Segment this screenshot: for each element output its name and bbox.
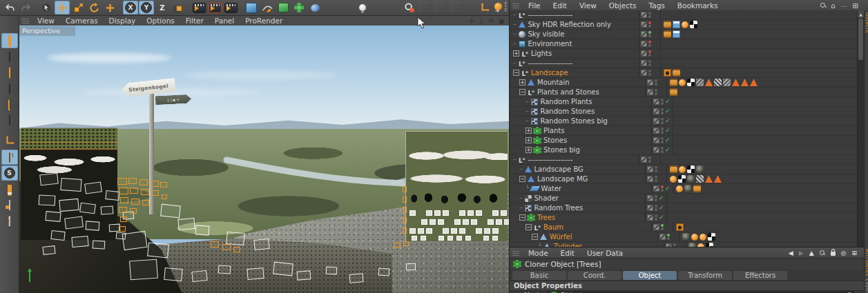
- sky-tag-icon[interactable]: [673, 30, 680, 38]
- am-lock-icon[interactable]: [831, 252, 836, 256]
- ball-tag-icon[interactable]: [679, 166, 686, 173]
- enabled-check-icon[interactable]: ✓: [665, 128, 671, 134]
- enable-axis-button[interactable]: [1, 134, 18, 149]
- am-up-icon[interactable]: ▲: [809, 250, 814, 256]
- expand-icon[interactable]: +: [525, 128, 532, 134]
- object-row-mountain[interactable]: +Mountain: [510, 78, 857, 88]
- om-side-tab[interactable]: Objects: [865, 10, 868, 33]
- om-menu-bookmarks[interactable]: Bookmarks: [671, 1, 724, 10]
- viewport-toggle-icon[interactable]: ▣: [499, 17, 505, 25]
- om-search-icon[interactable]: [820, 3, 826, 8]
- rotate-tool-button[interactable]: [86, 1, 102, 14]
- viewport-menu-view[interactable]: View: [32, 17, 60, 25]
- am-search-icon[interactable]: [820, 250, 825, 256]
- layer-toggle-icon[interactable]: [641, 41, 647, 47]
- film-tag-icon[interactable]: [664, 30, 671, 38]
- viewport-menu-prorender[interactable]: ProRender: [240, 17, 288, 25]
- render-visibility-dot[interactable]: [655, 208, 657, 211]
- interactive-render-region-button[interactable]: [402, 1, 417, 14]
- scroll-up-icon[interactable]: ▲: [858, 10, 864, 18]
- om-menu-objects[interactable]: Objects: [603, 1, 643, 10]
- tab-coord[interactable]: Coord.: [568, 271, 621, 280]
- editor-visibility-dot[interactable]: [661, 128, 664, 130]
- layer-toggle-icon[interactable]: [641, 31, 647, 37]
- tri-tag-icon[interactable]: [705, 175, 713, 183]
- layer-toggle-icon[interactable]: [641, 50, 647, 57]
- model-mode-button[interactable]: [1, 33, 18, 48]
- render-visibility-dot[interactable]: [655, 170, 657, 172]
- viewport-zoom-icon[interactable]: ↓: [479, 17, 484, 25]
- object-row-plants[interactable]: +Plants✓: [510, 126, 857, 136]
- eye-tag-icon[interactable]: [676, 223, 684, 231]
- am-new-panel-icon[interactable]: ⊞: [851, 250, 857, 256]
- tri-tag-icon[interactable]: [750, 79, 758, 86]
- layer-toggle-icon[interactable]: [647, 176, 653, 182]
- lock-z-button[interactable]: Z: [155, 1, 170, 14]
- scroll-thumb[interactable]: [858, 19, 863, 60]
- render-visibility-dot[interactable]: [648, 25, 651, 28]
- editor-visibility-dot[interactable]: [661, 185, 664, 188]
- add-cube-primitive-button[interactable]: [244, 1, 259, 14]
- editor-visibility-dot[interactable]: [648, 156, 651, 159]
- object-row-item[interactable]: –Lo------------------: [510, 10, 857, 20]
- render-visibility-dot[interactable]: [655, 179, 657, 182]
- editor-visibility-dot[interactable]: [655, 166, 657, 169]
- om-menu-edit[interactable]: Edit: [547, 1, 573, 10]
- render-visibility-dot[interactable]: [661, 228, 664, 230]
- lock-workplane-button[interactable]: [1, 197, 18, 212]
- expand-icon[interactable]: +: [525, 147, 532, 153]
- object-row-random-stones-big[interactable]: –Random Stones big✓: [510, 117, 857, 126]
- layer-toggle-icon[interactable]: [653, 147, 659, 153]
- object-row-sky-hdr-reflection-only[interactable]: –Sky HDR Reflection only: [510, 20, 857, 30]
- render-visibility-dot[interactable]: [648, 34, 651, 37]
- layer-toggle-icon[interactable]: [647, 195, 653, 201]
- add-generator-button[interactable]: [276, 1, 291, 14]
- am-target-icon[interactable]: ◎: [841, 250, 847, 256]
- viewport-pan-icon[interactable]: ✛: [468, 17, 474, 25]
- object-row-stones-big[interactable]: +Stones big✓: [510, 145, 857, 155]
- render-visibility-dot[interactable]: [648, 63, 651, 66]
- object-row-random-plants[interactable]: –Random Plants✓: [510, 97, 857, 107]
- coordinates-globe-button[interactable]: ➜XYZ: [493, 1, 508, 14]
- tab-basic[interactable]: Basic: [512, 271, 566, 280]
- editor-visibility-dot[interactable]: [661, 99, 664, 101]
- spheretex-tag-icon[interactable]: [696, 165, 704, 173]
- align-workplane-button[interactable]: [1, 213, 18, 228]
- polygons-mode-button[interactable]: [1, 112, 18, 128]
- editor-visibility-dot[interactable]: [648, 21, 651, 24]
- render-visibility-dot[interactable]: [661, 121, 664, 124]
- collapse-icon[interactable]: −: [519, 214, 525, 221]
- add-modifier-button[interactable]: [291, 1, 307, 14]
- editor-visibility-dot[interactable]: [648, 31, 651, 34]
- render-visibility-dot[interactable]: [661, 112, 664, 114]
- film-tag-icon[interactable]: [670, 88, 677, 96]
- object-row-w-rfel[interactable]: −Würfel: [510, 232, 857, 242]
- add-light-button[interactable]: [355, 1, 370, 14]
- lock-y-button[interactable]: Y: [139, 1, 154, 14]
- render-visibility-dot[interactable]: [648, 54, 651, 57]
- ball-tag-icon[interactable]: [682, 21, 688, 28]
- layer-toggle-icon[interactable]: [641, 60, 647, 66]
- graytex-tag-icon[interactable]: [696, 79, 704, 86]
- checker-tag-icon[interactable]: [687, 79, 695, 86]
- spheretex-tag-icon[interactable]: [682, 233, 690, 241]
- om-scrollbar[interactable]: ▲: [857, 10, 864, 247]
- coordinate-system-button[interactable]: [171, 1, 186, 14]
- editor-visibility-dot[interactable]: [655, 214, 657, 217]
- object-row-stones[interactable]: +Stones✓: [510, 136, 857, 145]
- editor-visibility-dot[interactable]: [648, 70, 651, 72]
- points-mode-button[interactable]: [1, 81, 18, 96]
- layer-toggle-icon[interactable]: [647, 166, 653, 172]
- ball-tag-icon[interactable]: [670, 176, 677, 183]
- snap-tools-button[interactable]: [418, 1, 433, 14]
- add-floor-button[interactable]: [323, 1, 338, 14]
- object-row-landscape-bg[interactable]: –Landscape BG: [510, 165, 857, 174]
- collapse-icon[interactable]: −: [519, 89, 525, 95]
- snapping-magnet-button[interactable]: [1, 181, 18, 196]
- array-tools-button[interactable]: [434, 1, 449, 14]
- add-spline-button[interactable]: [260, 1, 275, 14]
- collapse-icon[interactable]: −: [532, 234, 538, 240]
- viewport-menu-options[interactable]: Options: [141, 17, 180, 25]
- om-new-panel-icon[interactable]: ⊞: [852, 1, 858, 10]
- viewport-rotate-icon[interactable]: ⟳: [488, 17, 494, 25]
